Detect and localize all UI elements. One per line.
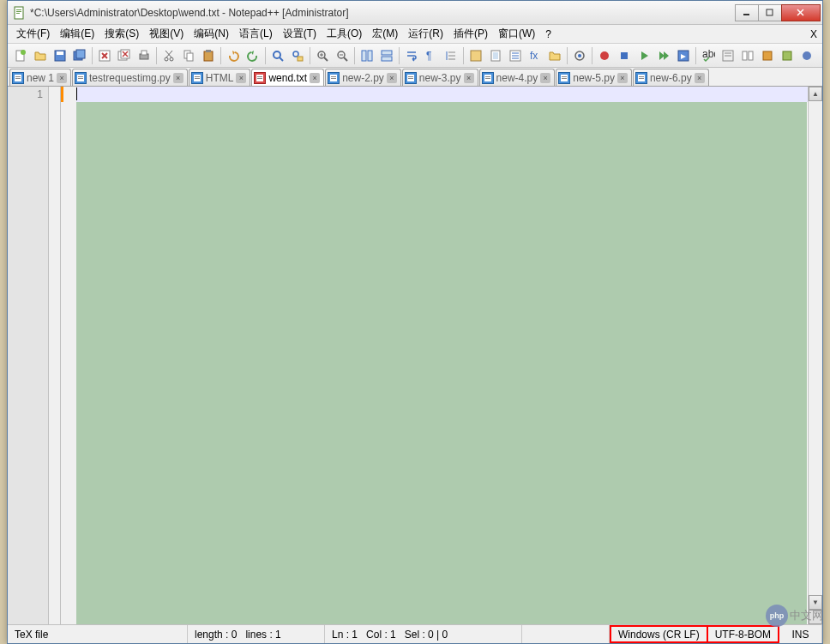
outline-btn-icon[interactable] [719, 46, 737, 65]
zoom-in-icon[interactable] [313, 46, 332, 65]
close-button[interactable] [781, 4, 821, 21]
svg-line-32 [280, 57, 283, 61]
indent-guide-icon[interactable] [442, 46, 460, 65]
open-file-icon[interactable] [31, 46, 50, 65]
svg-rect-70 [763, 51, 772, 60]
lang-udl-icon[interactable] [466, 46, 485, 65]
paste-icon[interactable] [199, 46, 218, 65]
doc-list-icon[interactable] [506, 46, 525, 65]
status-filetype: TeX file [8, 625, 188, 643]
find-icon[interactable] [268, 46, 287, 65]
current-line[interactable] [76, 87, 822, 102]
vertical-scrollbar[interactable]: ▲ ▼ [808, 87, 822, 624]
svg-rect-84 [257, 78, 262, 79]
file-tab[interactable]: new-3.py× [402, 69, 478, 86]
tab-close-icon[interactable]: × [310, 73, 320, 83]
record-macro-icon[interactable] [595, 46, 614, 65]
tab-close-icon[interactable]: × [236, 73, 246, 83]
menu-search[interactable]: 搜索(S) [99, 25, 144, 43]
tab-close-icon[interactable]: × [387, 73, 397, 83]
status-encoding[interactable]: UTF-8-BOM [708, 625, 779, 643]
svg-rect-80 [195, 76, 200, 77]
save-all-icon[interactable] [70, 46, 89, 65]
file-tab[interactable]: new-6.py× [633, 69, 709, 86]
saved-file-icon [328, 72, 340, 84]
menu-plugins[interactable]: 插件(P) [448, 25, 493, 43]
file-tab[interactable]: HTML× [189, 69, 251, 86]
tool-a-icon[interactable] [758, 46, 777, 65]
separator [463, 47, 464, 64]
tab-close-icon[interactable]: × [464, 73, 474, 83]
compare-icon[interactable] [738, 46, 757, 65]
tab-close-icon[interactable]: × [57, 73, 67, 83]
tab-close-icon[interactable]: × [695, 73, 705, 83]
menu-tools[interactable]: 工具(O) [322, 25, 367, 43]
doc-map-icon[interactable] [486, 46, 505, 65]
svg-rect-22 [141, 51, 147, 55]
menu-encoding[interactable]: 编码(N) [189, 25, 234, 43]
file-tab[interactable]: new-2.py× [325, 69, 401, 86]
separator [92, 47, 93, 64]
show-all-chars-icon[interactable]: ¶ [422, 46, 441, 65]
zoom-out-icon[interactable] [333, 46, 352, 65]
tab-close-icon[interactable]: × [617, 73, 628, 83]
menu-language[interactable]: 语言(L) [234, 25, 278, 43]
scroll-up-icon[interactable]: ▲ [809, 87, 822, 101]
menu-run[interactable]: 运行(R) [403, 25, 448, 43]
sync-h-icon[interactable] [377, 46, 396, 65]
menu-window[interactable]: 窗口(W) [493, 25, 540, 43]
svg-rect-77 [78, 76, 83, 77]
tool-b-icon[interactable] [778, 46, 797, 65]
file-tab[interactable]: new-4.py× [479, 69, 556, 86]
file-tab[interactable]: testrequestimg.py× [72, 69, 188, 86]
scroll-down-icon[interactable]: ▼ [809, 595, 822, 610]
redo-icon[interactable] [244, 46, 262, 65]
cut-icon[interactable] [159, 46, 178, 65]
monitor-icon[interactable] [570, 46, 589, 65]
menu-help[interactable]: ? [540, 27, 556, 42]
print-icon[interactable] [135, 46, 153, 65]
tab-close-icon[interactable]: × [540, 73, 550, 83]
stop-macro-icon[interactable] [615, 46, 634, 65]
menu-macro[interactable]: 宏(M) [367, 25, 403, 43]
spell-check-icon[interactable]: abc [699, 46, 718, 65]
editor-area: 1 ▲ ▼ [8, 87, 822, 624]
minimize-button[interactable] [735, 4, 759, 21]
file-tab[interactable]: wend.txt× [251, 69, 324, 86]
toolbar: ¶ fx abc [8, 44, 822, 68]
close-all-icon[interactable] [115, 46, 134, 65]
menu-file[interactable]: 文件(F) [11, 25, 55, 43]
undo-icon[interactable] [224, 46, 243, 65]
svg-rect-68 [743, 51, 747, 60]
menu-settings[interactable]: 设置(T) [278, 25, 322, 43]
save-macro-icon[interactable] [674, 46, 693, 65]
play-multi-icon[interactable] [654, 46, 673, 65]
wordwrap-icon[interactable] [402, 46, 421, 65]
svg-rect-75 [15, 78, 21, 79]
menu-view[interactable]: 视图(V) [144, 25, 189, 43]
close-file-icon[interactable] [95, 46, 114, 65]
separator [592, 47, 592, 64]
menubar: 文件(F) 编辑(E) 搜索(S) 视图(V) 编码(N) 语言(L) 设置(T… [8, 25, 822, 44]
file-tab[interactable]: new-5.py× [556, 69, 632, 86]
new-file-icon[interactable] [11, 46, 30, 65]
scroll-grip-icon[interactable] [809, 610, 822, 624]
titlebar[interactable]: *C:\Users\Administrator\Desktop\wend.txt… [8, 1, 822, 25]
folder-workspace-icon[interactable] [545, 46, 564, 65]
sync-v-icon[interactable] [358, 46, 376, 65]
fold-column[interactable] [49, 87, 61, 624]
menubar-close-icon[interactable]: X [810, 28, 817, 40]
function-list-icon[interactable]: fx [526, 46, 544, 65]
play-macro-icon[interactable] [635, 46, 653, 65]
file-tab[interactable]: new 1× [9, 69, 71, 86]
status-insmode[interactable]: INS [779, 625, 822, 643]
replace-icon[interactable] [288, 46, 307, 65]
tool-c-icon[interactable] [797, 46, 816, 65]
save-icon[interactable] [51, 46, 69, 65]
copy-icon[interactable] [179, 46, 198, 65]
status-eol[interactable]: Windows (CR LF) [610, 625, 708, 643]
svg-rect-2 [16, 11, 21, 12]
maximize-button[interactable] [758, 4, 782, 21]
tab-close-icon[interactable]: × [173, 73, 183, 83]
menu-edit[interactable]: 编辑(E) [55, 25, 99, 43]
